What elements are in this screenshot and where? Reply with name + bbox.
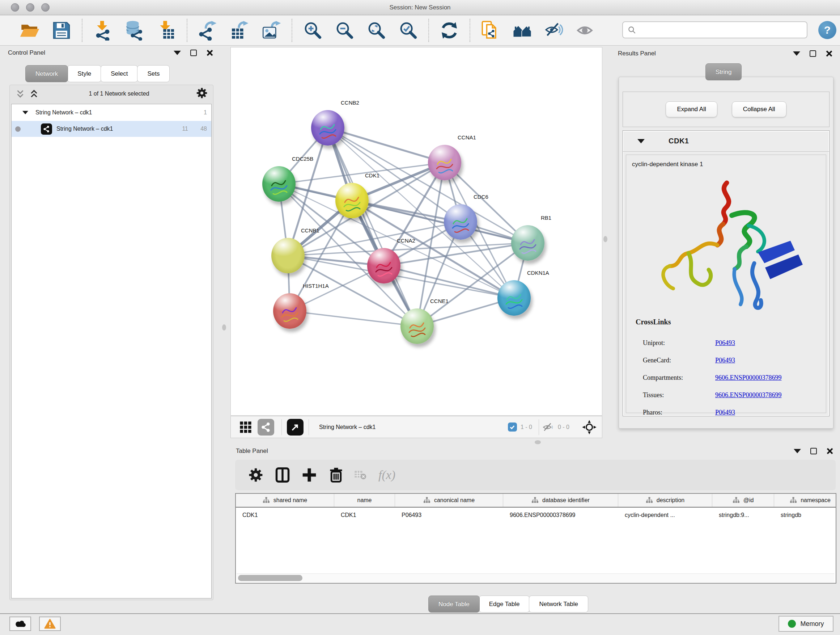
- zoom-window-button[interactable]: [41, 3, 50, 11]
- gene-card-header[interactable]: CDK1: [623, 131, 829, 152]
- network-node-ccnb1[interactable]: [271, 238, 305, 273]
- function-builder-button[interactable]: f(x): [378, 468, 395, 482]
- column-header-namespace[interactable]: namespace: [774, 494, 836, 507]
- add-column-button[interactable]: [299, 464, 320, 486]
- collection-expander-icon[interactable]: [22, 111, 28, 114]
- column-header-description[interactable]: description: [618, 494, 712, 507]
- tab-network-table[interactable]: Network Table: [529, 595, 588, 613]
- network-node-ccne1[interactable]: [401, 309, 434, 344]
- gene-expander-icon[interactable]: [638, 139, 645, 143]
- expand-all-button[interactable]: Expand All: [666, 101, 717, 117]
- table-cell[interactable]: P06493: [395, 512, 503, 518]
- left-splitter-handle[interactable]: [222, 325, 226, 331]
- delete-column-button[interactable]: [325, 464, 347, 486]
- show-glass-button[interactable]: [575, 19, 597, 42]
- column-header-database-identifier[interactable]: database identifier: [503, 494, 618, 507]
- export-image-button[interactable]: [260, 19, 283, 42]
- cloud-status-button[interactable]: [9, 616, 31, 631]
- birdseye-view-button[interactable]: [237, 419, 254, 435]
- crosslink-link[interactable]: 9606.ENSP00000378699: [715, 374, 782, 382]
- detach-view-button[interactable]: [287, 419, 303, 435]
- panel-close-icon[interactable]: [826, 50, 833, 57]
- network-edge[interactable]: [328, 128, 445, 163]
- crosslink-link[interactable]: P06493: [715, 409, 735, 416]
- column-header-shared-name[interactable]: shared name: [236, 494, 334, 507]
- delete-table-button[interactable]: [352, 464, 368, 486]
- network-node-ccna1[interactable]: [428, 145, 461, 180]
- crosslink-link[interactable]: 9606.ENSP00000378699: [715, 391, 782, 399]
- network-row[interactable]: String Network – cdk1 11 48: [11, 121, 211, 137]
- panel-menu-icon[interactable]: [174, 51, 181, 55]
- memory-button[interactable]: Memory: [778, 616, 834, 632]
- tab-edge-table[interactable]: Edge Table: [479, 595, 530, 613]
- export-network-button[interactable]: [196, 19, 219, 42]
- table-cell[interactable]: cyclin-dependent ...: [618, 512, 712, 518]
- table-cell[interactable]: stringdb: [774, 512, 836, 518]
- table-cell[interactable]: CDK1: [236, 512, 334, 518]
- crosslink-link[interactable]: P06493: [715, 356, 735, 364]
- network-collection-row[interactable]: String Network – cdk1 1: [11, 104, 211, 121]
- table-cell[interactable]: CDK1: [334, 512, 395, 518]
- network-node-ccnb2[interactable]: [311, 110, 344, 146]
- zoom-selected-button[interactable]: [397, 19, 419, 42]
- copy-network-button[interactable]: [479, 19, 502, 42]
- panel-close-icon[interactable]: [826, 448, 834, 455]
- help-button[interactable]: ?: [818, 21, 836, 39]
- network-node-cdkn1a[interactable]: [497, 280, 531, 316]
- network-node-cdk1[interactable]: [335, 183, 369, 218]
- show-columns-button[interactable]: [272, 464, 293, 486]
- fit-content-button[interactable]: [582, 420, 597, 435]
- hide-glass-button[interactable]: [543, 19, 565, 42]
- network-node-rb1[interactable]: [511, 225, 545, 261]
- search-input[interactable]: [639, 27, 807, 34]
- save-session-button[interactable]: [50, 19, 73, 42]
- network-node-cdc6[interactable]: [444, 204, 477, 240]
- network-options-button[interactable]: [196, 87, 208, 101]
- bottom-splitter-handle[interactable]: [535, 440, 541, 444]
- table-cell[interactable]: 9606.ENSP00000378699: [503, 512, 618, 518]
- import-table-button[interactable]: [155, 19, 178, 42]
- collapse-all-button[interactable]: Collapse All: [732, 101, 786, 117]
- tab-network[interactable]: Network: [25, 65, 68, 82]
- scrollbar-thumb[interactable]: [238, 575, 302, 581]
- panel-menu-icon[interactable]: [793, 51, 800, 56]
- crosslink-link[interactable]: P06493: [715, 339, 735, 347]
- zoom-fit-button[interactable]: [365, 19, 387, 42]
- column-header-canonical-name[interactable]: canonical name: [395, 494, 503, 507]
- expand-all-networks-icon[interactable]: [15, 88, 26, 99]
- network-node-ccna2[interactable]: [367, 248, 401, 283]
- tab-string[interactable]: String: [706, 63, 742, 80]
- panel-float-icon[interactable]: [810, 448, 817, 454]
- panel-float-icon[interactable]: [190, 50, 197, 56]
- network-node-cdc25b[interactable]: [262, 166, 295, 202]
- zoom-in-button[interactable]: [302, 19, 324, 42]
- network-edge[interactable]: [328, 128, 417, 326]
- table-cell[interactable]: stringdb:9...: [712, 512, 774, 518]
- column-header-name[interactable]: name: [334, 494, 395, 507]
- tab-node-table[interactable]: Node Table: [428, 595, 480, 613]
- toolbar-search[interactable]: [622, 21, 807, 38]
- string-home-button[interactable]: [511, 19, 534, 42]
- tab-sets[interactable]: Sets: [137, 65, 170, 82]
- tab-select[interactable]: Select: [101, 65, 138, 82]
- warnings-button[interactable]: [39, 616, 61, 631]
- network-canvas[interactable]: CCNB2CCNA1CDC25BCDK1CDC6RB1CCNB1CCNA2CDK…: [231, 47, 602, 416]
- zoom-out-button[interactable]: [333, 19, 355, 42]
- network-edge[interactable]: [290, 311, 417, 326]
- close-window-button[interactable]: [11, 3, 19, 11]
- panel-menu-icon[interactable]: [794, 449, 801, 453]
- tab-style[interactable]: Style: [67, 65, 101, 82]
- table-options-button[interactable]: [245, 464, 266, 486]
- right-splitter-handle[interactable]: [603, 236, 607, 242]
- network-view-type-button[interactable]: [257, 419, 274, 435]
- apply-style-button[interactable]: [438, 19, 461, 42]
- node-table[interactable]: shared namenamecanonical namedatabase id…: [235, 493, 836, 584]
- export-table-button[interactable]: [228, 19, 251, 42]
- panel-float-icon[interactable]: [810, 50, 816, 57]
- window-buttons[interactable]: [11, 3, 50, 11]
- import-network-from-database-button[interactable]: [123, 19, 146, 42]
- open-session-button[interactable]: [19, 19, 41, 42]
- table-row[interactable]: CDK1CDK1P064939606.ENSP00000378699cyclin…: [236, 508, 836, 523]
- column-header--id[interactable]: @id: [712, 494, 774, 507]
- collapse-all-networks-icon[interactable]: [28, 88, 39, 99]
